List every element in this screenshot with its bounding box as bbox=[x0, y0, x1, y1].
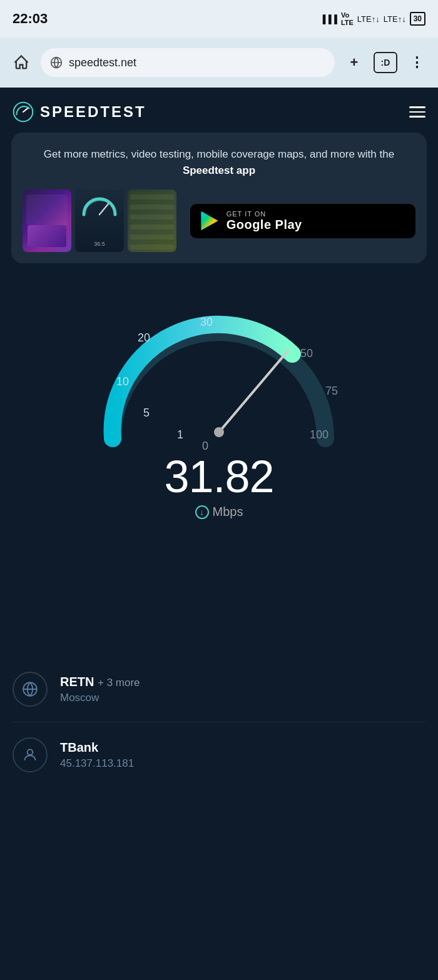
screenshot-2: 36.5 bbox=[75, 189, 124, 252]
status-time: 22:03 bbox=[13, 11, 48, 27]
network-info: RETN + 3 more Moscow TBank 45.137.113.18… bbox=[0, 657, 438, 806]
isp-name: RETN + 3 more bbox=[60, 675, 140, 689]
gauge: 0 1 5 10 20 30 50 75 100 bbox=[81, 295, 357, 457]
svg-line-2 bbox=[99, 204, 108, 215]
user-name: TBank bbox=[60, 740, 134, 755]
promo-card: Get more metrics, video testing, mobile … bbox=[11, 133, 427, 263]
gauge-number: 31.82 bbox=[164, 451, 273, 502]
gauge-svg: 0 1 5 10 20 30 50 75 100 bbox=[81, 295, 357, 457]
get-it-on-label: GET IT ON bbox=[227, 210, 302, 218]
promo-bottom: 36.5 GET IT ON bbox=[23, 189, 415, 252]
speedtest-logo: SPEEDTEST bbox=[13, 101, 146, 123]
google-play-name: Google Play bbox=[227, 218, 302, 232]
svg-text:50: 50 bbox=[300, 347, 313, 360]
status-bar: 22:03 ▐▐▐ VoLTE LTE↑↓ LTE↑↓ 30 bbox=[0, 0, 438, 38]
network-item-user: TBank 45.137.113.181 bbox=[13, 722, 425, 787]
isp-location: Moscow bbox=[60, 692, 140, 704]
svg-marker-3 bbox=[201, 211, 218, 231]
url-bar[interactable]: speedtest.net bbox=[41, 48, 335, 77]
status-icons: ▐▐▐ VoLTE LTE↑↓ LTE↑↓ 30 bbox=[320, 11, 425, 26]
speedtest-header: SPEEDTEST bbox=[0, 88, 438, 133]
gauge-unit-row: ↓ Mbps bbox=[195, 505, 243, 519]
google-play-icon bbox=[199, 210, 220, 231]
svg-text:100: 100 bbox=[310, 428, 328, 441]
download-icon: ↓ bbox=[195, 505, 209, 519]
lte-signal-icon: LTE↑↓ bbox=[357, 14, 380, 24]
globe-icon bbox=[13, 672, 48, 707]
user-details: TBank 45.137.113.181 bbox=[60, 740, 134, 770]
svg-text:30: 30 bbox=[200, 316, 213, 328]
vo-lte-icon: VoLTE bbox=[341, 11, 354, 26]
network-item-isp: RETN + 3 more Moscow bbox=[13, 657, 425, 722]
screenshot-1 bbox=[23, 189, 71, 252]
google-play-button[interactable]: GET IT ON Google Play bbox=[190, 204, 415, 238]
svg-point-16 bbox=[28, 749, 33, 755]
svg-text:1: 1 bbox=[177, 428, 183, 441]
battery-indicator: 30 bbox=[410, 12, 425, 26]
svg-text:0: 0 bbox=[202, 440, 208, 452]
security-icon bbox=[50, 56, 63, 69]
svg-point-14 bbox=[214, 427, 224, 437]
promo-text: Get more metrics, video testing, mobile … bbox=[23, 146, 415, 178]
tab-switcher-button[interactable]: :D bbox=[374, 52, 397, 73]
speedtest-logo-text: SPEEDTEST bbox=[40, 103, 146, 121]
signal-icon: ▐▐▐ bbox=[320, 14, 337, 24]
url-text: speedtest.net bbox=[69, 56, 136, 69]
lte-signal-icon-2: LTE↑↓ bbox=[384, 14, 406, 24]
screenshot-3 bbox=[128, 189, 176, 252]
promo-screenshots: 36.5 bbox=[23, 189, 183, 252]
person-icon bbox=[13, 737, 48, 772]
gauge-unit: Mbps bbox=[213, 505, 243, 519]
svg-text:75: 75 bbox=[325, 385, 338, 397]
hamburger-menu[interactable] bbox=[409, 106, 425, 118]
spacer bbox=[0, 532, 438, 657]
svg-text:20: 20 bbox=[138, 331, 150, 344]
menu-button[interactable]: ⋮ bbox=[405, 51, 429, 74]
svg-line-13 bbox=[219, 351, 288, 432]
home-button[interactable] bbox=[9, 51, 33, 74]
isp-details: RETN + 3 more Moscow bbox=[60, 675, 140, 704]
gauge-value: 31.82 bbox=[164, 451, 273, 502]
new-tab-button[interactable]: + bbox=[342, 51, 366, 74]
speedtest-logo-icon bbox=[13, 101, 34, 123]
svg-text:10: 10 bbox=[116, 375, 129, 388]
svg-text:5: 5 bbox=[143, 407, 150, 419]
user-ip: 45.137.113.181 bbox=[60, 757, 134, 770]
google-play-text: GET IT ON Google Play bbox=[227, 210, 302, 232]
speedometer-section: 0 1 5 10 20 30 50 75 100 31.82 ↓ Mbps bbox=[0, 276, 438, 532]
browser-bar: speedtest.net + :D ⋮ bbox=[0, 38, 438, 88]
